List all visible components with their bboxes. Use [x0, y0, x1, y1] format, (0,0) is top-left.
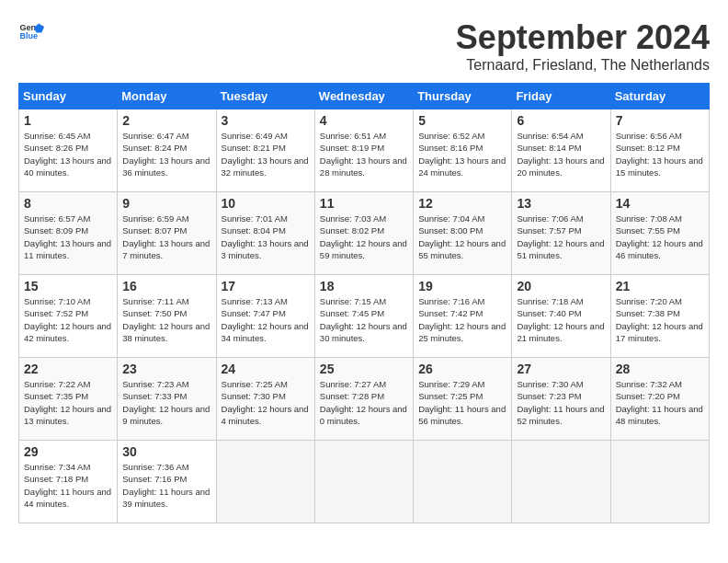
calendar-cell: 2 Sunrise: 6:47 AM Sunset: 8:24 PM Dayli…: [118, 109, 216, 192]
calendar-cell: 10 Sunrise: 7:01 AM Sunset: 8:04 PM Dayl…: [216, 192, 314, 275]
day-info: Sunrise: 6:49 AM Sunset: 8:21 PM Dayligh…: [222, 130, 310, 178]
svg-text:Blue: Blue: [19, 31, 38, 40]
day-info: Sunrise: 7:25 AM Sunset: 7:30 PM Dayligh…: [222, 378, 310, 427]
calendar-cell: 23 Sunrise: 7:23 AM Sunset: 7:33 PM Dayl…: [118, 358, 216, 441]
day-info: Sunrise: 6:52 AM Sunset: 8:16 PM Dayligh…: [418, 130, 506, 178]
col-tuesday: Tuesday: [216, 84, 314, 109]
day-number: 17: [222, 279, 310, 293]
day-number: 14: [616, 196, 704, 211]
calendar-cell: 6 Sunrise: 6:54 AM Sunset: 8:14 PM Dayli…: [512, 109, 610, 192]
day-info: Sunrise: 6:54 AM Sunset: 8:14 PM Dayligh…: [517, 130, 605, 178]
col-saturday: Saturday: [610, 84, 709, 109]
day-number: 27: [517, 362, 605, 376]
calendar-cell: 21 Sunrise: 7:20 AM Sunset: 7:38 PM Dayl…: [610, 275, 709, 358]
day-number: 2: [122, 113, 210, 128]
day-info: Sunrise: 7:11 AM Sunset: 7:50 PM Dayligh…: [122, 295, 210, 344]
calendar-subtitle: Ternaard, Friesland, The Netherlands: [456, 57, 710, 74]
day-number: 19: [418, 279, 506, 293]
day-number: 6: [517, 113, 605, 128]
day-info: Sunrise: 7:30 AM Sunset: 7:23 PM Dayligh…: [517, 378, 605, 427]
col-thursday: Thursday: [414, 84, 512, 109]
calendar-cell: 25 Sunrise: 7:27 AM Sunset: 7:28 PM Dayl…: [314, 358, 413, 441]
day-number: 20: [517, 279, 605, 293]
calendar-cell: 5 Sunrise: 6:52 AM Sunset: 8:16 PM Dayli…: [414, 109, 512, 192]
calendar-week-row: 1 Sunrise: 6:45 AM Sunset: 8:26 PM Dayli…: [19, 109, 710, 192]
day-number: 5: [418, 113, 506, 128]
calendar-cell: 17 Sunrise: 7:13 AM Sunset: 7:47 PM Dayl…: [216, 275, 314, 358]
header-row: Sunday Monday Tuesday Wednesday Thursday…: [19, 84, 710, 109]
calendar-cell: 19 Sunrise: 7:16 AM Sunset: 7:42 PM Dayl…: [414, 275, 512, 358]
calendar-title: September 2024: [456, 18, 710, 57]
day-number: 4: [320, 113, 408, 128]
day-info: Sunrise: 7:06 AM Sunset: 7:57 PM Dayligh…: [517, 213, 605, 261]
day-number: 28: [616, 362, 704, 376]
calendar-cell: 26 Sunrise: 7:29 AM Sunset: 7:25 PM Dayl…: [414, 358, 512, 441]
calendar-cell: 16 Sunrise: 7:11 AM Sunset: 7:50 PM Dayl…: [118, 275, 216, 358]
calendar-cell: 4 Sunrise: 6:51 AM Sunset: 8:19 PM Dayli…: [314, 109, 413, 192]
day-info: Sunrise: 7:08 AM Sunset: 7:55 PM Dayligh…: [616, 213, 704, 261]
title-area: September 2024 Ternaard, Friesland, The …: [456, 18, 710, 74]
logo-icon: General Blue: [18, 18, 44, 44]
day-number: 15: [24, 279, 112, 293]
day-info: Sunrise: 7:29 AM Sunset: 7:25 PM Dayligh…: [418, 378, 506, 427]
day-number: 22: [24, 362, 112, 376]
calendar-week-row: 8 Sunrise: 6:57 AM Sunset: 8:09 PM Dayli…: [19, 192, 710, 275]
day-number: 21: [616, 279, 704, 293]
day-info: Sunrise: 7:27 AM Sunset: 7:28 PM Dayligh…: [320, 378, 408, 427]
calendar-cell: 1 Sunrise: 6:45 AM Sunset: 8:26 PM Dayli…: [19, 109, 118, 192]
day-number: 11: [320, 196, 408, 211]
day-number: 29: [24, 444, 112, 459]
day-info: Sunrise: 7:36 AM Sunset: 7:16 PM Dayligh…: [122, 461, 210, 510]
day-info: Sunrise: 6:56 AM Sunset: 8:12 PM Dayligh…: [616, 130, 704, 178]
calendar-cell: 7 Sunrise: 6:56 AM Sunset: 8:12 PM Dayli…: [610, 109, 709, 192]
calendar-cell: 14 Sunrise: 7:08 AM Sunset: 7:55 PM Dayl…: [610, 192, 709, 275]
calendar-cell: 27 Sunrise: 7:30 AM Sunset: 7:23 PM Dayl…: [512, 358, 610, 441]
calendar-week-row: 29 Sunrise: 7:34 AM Sunset: 7:18 PM Dayl…: [19, 441, 710, 523]
day-number: 3: [222, 113, 310, 128]
col-friday: Friday: [512, 84, 610, 109]
day-number: 23: [122, 362, 210, 376]
day-number: 25: [320, 362, 408, 376]
day-number: 18: [320, 279, 408, 293]
calendar-cell: 12 Sunrise: 7:04 AM Sunset: 8:00 PM Dayl…: [414, 192, 512, 275]
col-sunday: Sunday: [19, 84, 118, 109]
header-area: General Blue September 2024 Ternaard, Fr…: [18, 18, 710, 74]
day-info: Sunrise: 6:51 AM Sunset: 8:19 PM Dayligh…: [320, 130, 408, 178]
day-info: Sunrise: 7:32 AM Sunset: 7:20 PM Dayligh…: [616, 378, 704, 427]
day-number: 9: [122, 196, 210, 211]
calendar-cell: 3 Sunrise: 6:49 AM Sunset: 8:21 PM Dayli…: [216, 109, 314, 192]
col-monday: Monday: [118, 84, 216, 109]
calendar-table: Sunday Monday Tuesday Wednesday Thursday…: [18, 83, 710, 523]
day-number: 1: [24, 113, 112, 128]
calendar-week-row: 15 Sunrise: 7:10 AM Sunset: 7:52 PM Dayl…: [19, 275, 710, 358]
day-info: Sunrise: 7:34 AM Sunset: 7:18 PM Dayligh…: [24, 461, 112, 510]
day-number: 13: [517, 196, 605, 211]
calendar-cell: 18 Sunrise: 7:15 AM Sunset: 7:45 PM Dayl…: [314, 275, 413, 358]
day-info: Sunrise: 7:23 AM Sunset: 7:33 PM Dayligh…: [122, 378, 210, 427]
day-info: Sunrise: 7:18 AM Sunset: 7:40 PM Dayligh…: [517, 295, 605, 344]
day-info: Sunrise: 7:20 AM Sunset: 7:38 PM Dayligh…: [616, 295, 704, 344]
calendar-cell: 20 Sunrise: 7:18 AM Sunset: 7:40 PM Dayl…: [512, 275, 610, 358]
day-info: Sunrise: 7:03 AM Sunset: 8:02 PM Dayligh…: [320, 213, 408, 261]
calendar-week-row: 22 Sunrise: 7:22 AM Sunset: 7:35 PM Dayl…: [19, 358, 710, 441]
calendar-cell: 15 Sunrise: 7:10 AM Sunset: 7:52 PM Dayl…: [19, 275, 118, 358]
day-info: Sunrise: 7:01 AM Sunset: 8:04 PM Dayligh…: [222, 213, 310, 261]
calendar-cell: [216, 441, 314, 523]
day-info: Sunrise: 6:59 AM Sunset: 8:07 PM Dayligh…: [122, 213, 210, 261]
calendar-cell: 13 Sunrise: 7:06 AM Sunset: 7:57 PM Dayl…: [512, 192, 610, 275]
calendar-cell: 30 Sunrise: 7:36 AM Sunset: 7:16 PM Dayl…: [118, 441, 216, 523]
day-info: Sunrise: 7:16 AM Sunset: 7:42 PM Dayligh…: [418, 295, 506, 344]
day-number: 24: [222, 362, 310, 376]
day-info: Sunrise: 6:47 AM Sunset: 8:24 PM Dayligh…: [122, 130, 210, 178]
day-info: Sunrise: 7:04 AM Sunset: 8:00 PM Dayligh…: [418, 213, 506, 261]
calendar-cell: 24 Sunrise: 7:25 AM Sunset: 7:30 PM Dayl…: [216, 358, 314, 441]
day-info: Sunrise: 7:13 AM Sunset: 7:47 PM Dayligh…: [222, 295, 310, 344]
calendar-cell: [414, 441, 512, 523]
day-number: 16: [122, 279, 210, 293]
day-info: Sunrise: 6:57 AM Sunset: 8:09 PM Dayligh…: [24, 213, 112, 261]
day-number: 10: [222, 196, 310, 211]
day-info: Sunrise: 7:15 AM Sunset: 7:45 PM Dayligh…: [320, 295, 408, 344]
day-number: 26: [418, 362, 506, 376]
day-info: Sunrise: 6:45 AM Sunset: 8:26 PM Dayligh…: [24, 130, 112, 178]
col-wednesday: Wednesday: [314, 84, 413, 109]
